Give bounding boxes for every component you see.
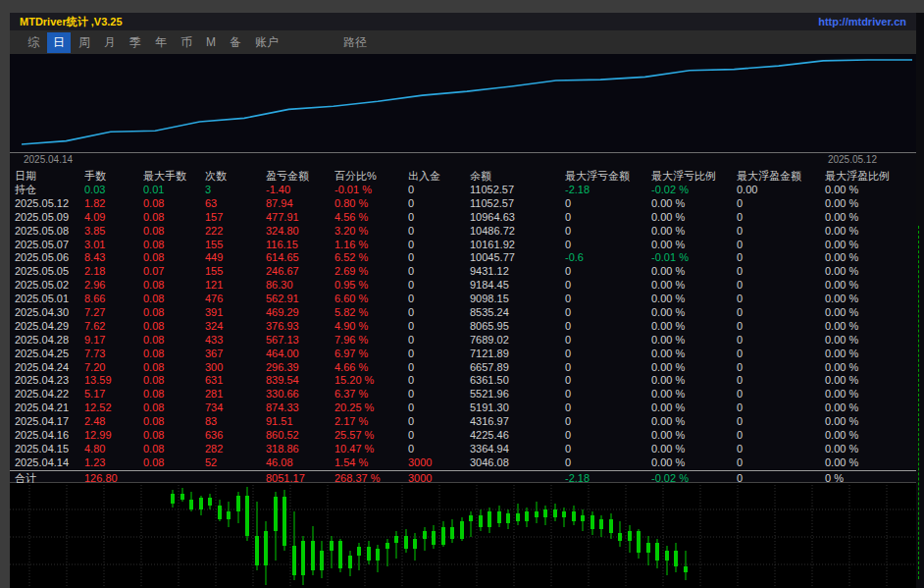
table-cell: 3	[205, 184, 266, 197]
menu-item-9[interactable]: 备	[224, 32, 247, 53]
table-cell: 3000	[408, 456, 470, 470]
table-cell: 0	[565, 401, 651, 415]
table-cell: 636	[205, 429, 266, 443]
table-cell: 860.52	[266, 429, 334, 443]
table-cell: 567.13	[266, 334, 334, 347]
table-cell: 0.08	[143, 239, 205, 252]
table-row: 2025.04.2313.590.08631839.5415.20 %06361…	[10, 374, 916, 388]
table-cell: 2025.04.16	[10, 429, 84, 443]
table-row: 2025.04.154.800.08282318.8610.47 %03364.…	[10, 443, 916, 456]
table-cell: 8.43	[84, 251, 143, 265]
table-cell: 0.08	[143, 443, 205, 456]
menu-item-1[interactable]: 综	[22, 32, 45, 53]
table-cell: 0	[737, 471, 825, 485]
menu-item-10[interactable]: 账户	[249, 32, 284, 53]
table-cell: 2025.04.30	[10, 306, 84, 320]
table-cell: 9.17	[84, 334, 143, 347]
table-cell: 562.91	[266, 293, 334, 306]
table-cell: 0	[565, 320, 651, 334]
table-cell: 0.00 %	[651, 320, 737, 334]
menu-item-7[interactable]: 币	[175, 32, 198, 53]
table-cell: 46.08	[266, 456, 334, 470]
right-edge-strip	[916, 13, 924, 588]
column-header: 最大浮亏金额	[565, 168, 651, 184]
table-cell: 0.00 %	[651, 415, 737, 429]
mtdriver-stats-panel: MTDriver统计 ,V3.25 http://mtdriver.cn 综日周…	[10, 13, 916, 483]
table-cell: 0.00 %	[825, 361, 916, 375]
table-cell: 0	[565, 334, 651, 347]
table-cell: 0	[737, 293, 825, 306]
table-cell: 0.01	[143, 184, 205, 197]
table-cell: 0	[408, 239, 470, 252]
menu-item-path[interactable]: 路径	[343, 34, 367, 51]
desktop: MTDriver统计 ,V3.25 http://mtdriver.cn 综日周…	[0, 0, 924, 588]
table-cell: 25.57 %	[334, 429, 408, 443]
table-cell: 0.08	[143, 415, 205, 429]
menu-item-6[interactable]: 年	[149, 32, 173, 53]
table-cell: 1.82	[84, 197, 143, 211]
table-cell: 4.80	[84, 443, 143, 456]
table-row: 持仓0.030.013-1.40-0.01 %011052.57-2.18-0.…	[10, 184, 916, 197]
table-row: 2025.04.1612.990.08636860.5225.57 %04225…	[10, 429, 916, 443]
column-header: 次数	[205, 168, 266, 184]
table-cell: 0.08	[143, 361, 205, 375]
table-cell: 0.00 %	[651, 293, 737, 306]
column-header: 盈亏金额	[266, 168, 334, 184]
table-cell: 10964.63	[470, 211, 565, 225]
table-cell: 4.56 %	[334, 211, 408, 225]
table-cell: 0	[565, 293, 651, 306]
table-cell: 2025.04.24	[10, 361, 84, 375]
table-cell: 10486.72	[470, 225, 565, 239]
column-header: 最大手数	[143, 168, 205, 184]
table-cell: 0	[565, 361, 651, 375]
table-cell: 15.20 %	[334, 374, 408, 388]
table-cell: 874.33	[266, 401, 334, 415]
menu-item-4[interactable]: 月	[98, 32, 122, 53]
table-cell: 0.00 %	[651, 374, 737, 388]
table-cell: 0.08	[143, 388, 205, 401]
table-cell: 0.95 %	[334, 279, 408, 293]
chart-date-row: 2025.04.14 2025.05.12	[10, 153, 916, 168]
table-cell: 0	[737, 374, 825, 388]
table-cell: 0	[565, 374, 651, 388]
table-cell: 0	[737, 211, 825, 225]
table-cell: 0.08	[143, 251, 205, 265]
table-cell: 0	[737, 334, 825, 347]
table-cell: 5191.30	[470, 401, 565, 415]
table-cell: 0	[737, 251, 825, 265]
column-header: 最大浮亏比例	[651, 168, 737, 184]
table-cell: 0.00 %	[825, 347, 916, 361]
table-cell: 0.08	[143, 293, 205, 306]
table-row: 2025.05.121.820.086387.940.80 %011052.57…	[10, 197, 916, 211]
menu-item-5[interactable]: 季	[124, 32, 147, 53]
table-cell: 6.97 %	[334, 347, 408, 361]
table-cell	[205, 471, 266, 485]
table-cell: 5521.96	[470, 388, 565, 401]
column-header: 日期	[10, 168, 84, 184]
table-cell: 2025.04.25	[10, 347, 84, 361]
table-cell: 0	[565, 443, 651, 456]
panel-title-bar[interactable]: MTDriver统计 ,V3.25 http://mtdriver.cn	[10, 13, 916, 30]
table-cell: 0.00 %	[651, 225, 737, 239]
column-header: 余额	[470, 168, 565, 184]
menu-item-8[interactable]: M	[200, 33, 222, 51]
table-cell: 0	[737, 456, 825, 470]
table-cell: 2025.04.29	[10, 320, 84, 334]
table-cell: 86.30	[266, 279, 334, 293]
table-cell	[143, 471, 205, 485]
menu-item-2[interactable]: 日	[47, 32, 71, 53]
column-header: 最大浮盈金额	[737, 168, 825, 184]
table-cell: 0.08	[143, 197, 205, 211]
panel-url-link[interactable]: http://mtdriver.cn	[818, 16, 906, 27]
table-cell: 2025.04.14	[10, 456, 84, 470]
table-cell: 0.08	[143, 347, 205, 361]
table-cell: 0	[408, 388, 470, 401]
table-header: 日期手数最大手数次数盈亏金额百分比%出入金余额最大浮亏金额最大浮亏比例最大浮盈金…	[10, 168, 916, 184]
table-cell: 3.20 %	[334, 225, 408, 239]
menu-item-3[interactable]: 周	[73, 32, 96, 53]
table-cell: 0.00 %	[825, 197, 916, 211]
table-cell: 7.73	[84, 347, 143, 361]
table-cell: 0.07	[143, 265, 205, 279]
table-cell: 9431.12	[470, 265, 565, 279]
table-row: 2025.05.052.180.07155246.672.69 %09431.1…	[10, 265, 916, 279]
